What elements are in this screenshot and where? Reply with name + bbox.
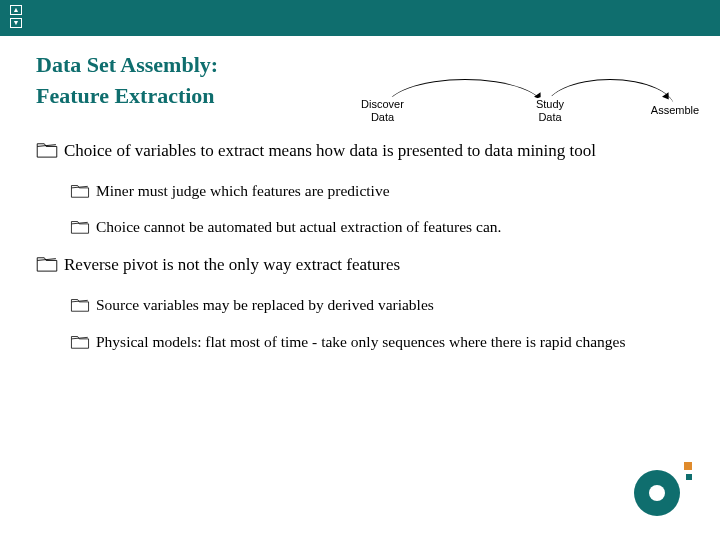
list-item: Miner must judge which features are pred…: [70, 181, 684, 202]
bullet-text: Choice cannot be automated but actual ex…: [96, 218, 501, 235]
folder-icon: [70, 335, 90, 349]
folder-icon: [36, 142, 58, 158]
diagram-node-assemble: Assemble: [645, 102, 705, 119]
slide-content: Data Set Assembly: Feature Extraction Di…: [0, 36, 720, 353]
folder-icon: [36, 256, 58, 272]
folder-icon: [70, 220, 90, 234]
bullet-text: Choice of variables to extract means how…: [64, 141, 596, 160]
list-item: Physical models: flat most of time - tak…: [70, 332, 684, 353]
list-item: Reverse pivot is not the only way extrac…: [36, 254, 684, 277]
logo-square-icon: [684, 462, 692, 470]
node-label: Study: [536, 98, 564, 110]
bullet-text: Physical models: flat most of time - tak…: [96, 333, 625, 350]
bullet-text: Reverse pivot is not the only way extrac…: [64, 255, 400, 274]
node-label: Assemble: [651, 104, 699, 116]
nav-next-button[interactable]: ▼: [10, 18, 22, 28]
list-item: Choice cannot be automated but actual ex…: [70, 217, 684, 238]
nav-prev-button[interactable]: ▲: [10, 5, 22, 15]
brand-logo: [634, 462, 692, 520]
bullet-text: Miner must judge which features are pred…: [96, 182, 390, 199]
slide-top-bar: ▲ ▼: [0, 0, 720, 36]
bullet-list: Choice of variables to extract means how…: [36, 140, 684, 354]
bullet-text: Source variables may be replaced by deri…: [96, 296, 434, 313]
node-label: Discover: [361, 98, 404, 110]
folder-icon: [70, 298, 90, 312]
node-label: Data: [538, 111, 561, 123]
list-item: Source variables may be replaced by deri…: [70, 295, 684, 316]
logo-square-icon: [686, 474, 692, 480]
chevron-down-icon: ▼: [13, 20, 20, 27]
logo-ring-icon: [649, 485, 665, 501]
folder-icon: [70, 184, 90, 198]
process-diagram: Discover Data Study Data Assemble: [310, 64, 710, 134]
node-label: Data: [371, 111, 394, 123]
chevron-up-icon: ▲: [13, 7, 20, 14]
list-item: Choice of variables to extract means how…: [36, 140, 684, 163]
